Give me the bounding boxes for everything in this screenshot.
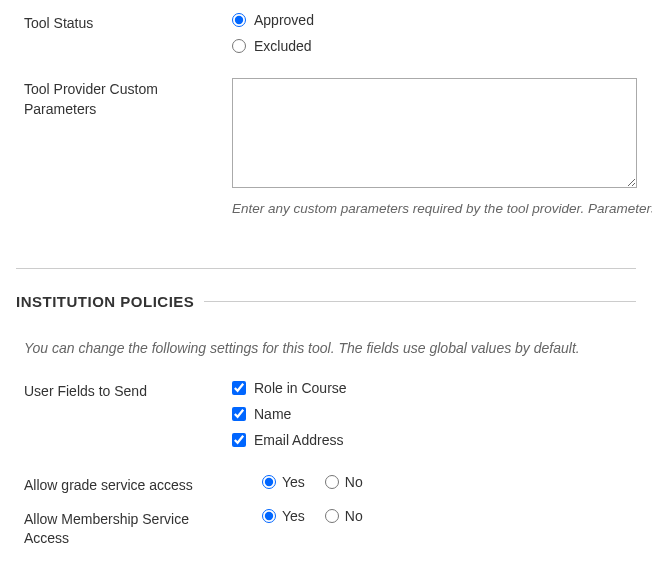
grade-service-yes-radio[interactable]	[262, 475, 276, 489]
tool-status-excluded-label: Excluded	[254, 38, 312, 54]
grade-service-no-option[interactable]: No	[325, 474, 363, 490]
grade-service-no-label: No	[345, 474, 363, 490]
institution-policies-title: INSTITUTION POLICIES	[16, 293, 194, 310]
custom-params-textarea[interactable]	[232, 78, 637, 188]
custom-params-helper: Enter any custom parameters required by …	[232, 201, 652, 216]
membership-service-no-radio[interactable]	[325, 509, 339, 523]
institution-policies-line	[204, 301, 636, 302]
user-fields-control: Role in Course Name Email Address	[232, 380, 652, 448]
user-fields-email-option[interactable]: Email Address	[232, 432, 652, 448]
tool-status-approved-label: Approved	[254, 12, 314, 28]
membership-service-yes-radio[interactable]	[262, 509, 276, 523]
user-fields-label: User Fields to Send	[24, 380, 232, 448]
user-fields-name-option[interactable]: Name	[232, 406, 652, 422]
tool-status-excluded-option[interactable]: Excluded	[232, 38, 652, 54]
user-fields-row: User Fields to Send Role in Course Name …	[0, 376, 652, 452]
membership-service-row: Allow Membership Service Access Yes No	[0, 502, 652, 555]
membership-service-radio-row: Yes No	[232, 508, 652, 524]
membership-service-yes-label: Yes	[282, 508, 305, 524]
grade-service-row: Allow grade service access Yes No	[0, 468, 652, 502]
tool-status-label: Tool Status	[24, 12, 232, 54]
tool-status-control: Approved Excluded	[232, 12, 652, 54]
grade-service-control: Yes No	[232, 474, 652, 496]
custom-params-label: Tool Provider Custom Parameters	[24, 78, 232, 216]
grade-service-label: Allow grade service access	[24, 474, 232, 496]
custom-params-control: Enter any custom parameters required by …	[232, 78, 652, 216]
institution-policies-intro: You can change the following settings fo…	[0, 310, 652, 376]
grade-service-yes-label: Yes	[282, 474, 305, 490]
user-fields-role-checkbox[interactable]	[232, 381, 246, 395]
user-fields-name-label: Name	[254, 406, 291, 422]
tool-status-row: Tool Status Approved Excluded	[0, 8, 652, 58]
membership-service-no-option[interactable]: No	[325, 508, 363, 524]
membership-service-no-label: No	[345, 508, 363, 524]
user-fields-checkbox-group: Role in Course Name Email Address	[232, 380, 652, 448]
membership-service-control: Yes No	[232, 508, 652, 549]
user-fields-email-checkbox[interactable]	[232, 433, 246, 447]
membership-service-yes-option[interactable]: Yes	[262, 508, 305, 524]
user-fields-role-option[interactable]: Role in Course	[232, 380, 652, 396]
tool-status-approved-option[interactable]: Approved	[232, 12, 652, 28]
grade-service-no-radio[interactable]	[325, 475, 339, 489]
user-fields-role-label: Role in Course	[254, 380, 347, 396]
user-fields-email-label: Email Address	[254, 432, 343, 448]
tool-status-excluded-radio[interactable]	[232, 39, 246, 53]
tool-status-radio-group: Approved Excluded	[232, 12, 652, 54]
institution-policies-header: INSTITUTION POLICIES	[0, 269, 652, 310]
custom-params-row: Tool Provider Custom Parameters Enter an…	[0, 74, 652, 220]
tool-status-approved-radio[interactable]	[232, 13, 246, 27]
membership-service-label: Allow Membership Service Access	[24, 508, 232, 549]
grade-service-radio-row: Yes No	[232, 474, 652, 490]
grade-service-yes-option[interactable]: Yes	[262, 474, 305, 490]
user-fields-name-checkbox[interactable]	[232, 407, 246, 421]
